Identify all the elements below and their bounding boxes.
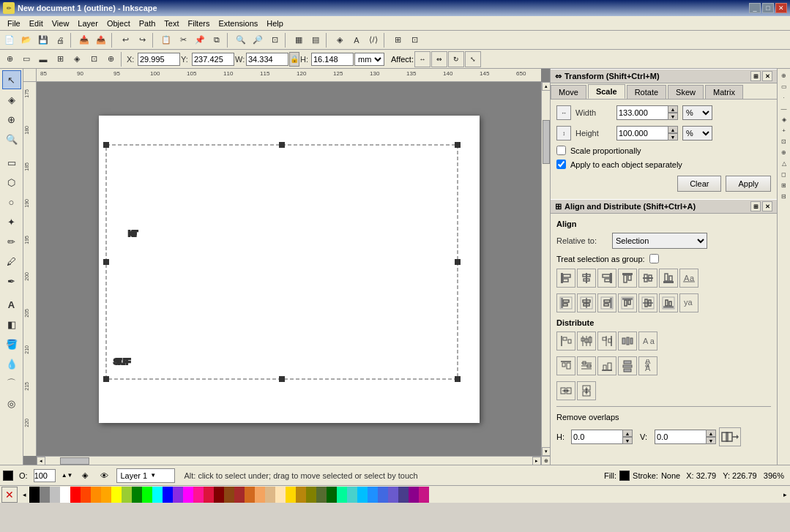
- treat-group-checkbox[interactable]: [649, 254, 659, 263]
- overlap-h-down[interactable]: ▼: [622, 437, 633, 444]
- unit-select[interactable]: mmpxptcmin: [354, 53, 384, 66]
- color-swatch[interactable]: [173, 487, 183, 503]
- menu-text[interactable]: Text: [160, 18, 183, 29]
- snap-bbox-corners[interactable]: ⊞: [52, 51, 68, 67]
- tab-skew[interactable]: Skew: [668, 85, 704, 99]
- align-tool-button[interactable]: ⊞: [390, 32, 406, 48]
- scale-proportionally-checkbox[interactable]: [556, 146, 566, 155]
- scroll-up-button[interactable]: ▴: [542, 82, 551, 91]
- export-button[interactable]: 📤: [93, 32, 109, 48]
- star-tool-button[interactable]: ✦: [2, 212, 21, 231]
- snap-bbox-edges[interactable]: ▬: [35, 51, 51, 67]
- layer-dropdown-icon[interactable]: ▼: [150, 472, 156, 479]
- node-tool-button[interactable]: ◈: [2, 90, 21, 109]
- snap-5[interactable]: +: [779, 125, 789, 135]
- color-swatch[interactable]: [265, 487, 275, 503]
- color-swatch[interactable]: [398, 487, 409, 503]
- tab-rotate[interactable]: Rotate: [627, 85, 666, 99]
- circle-tool-button[interactable]: ○: [2, 192, 21, 211]
- snap-4[interactable]: ◈: [779, 114, 789, 124]
- color-swatch[interactable]: [70, 487, 81, 503]
- color-swatch[interactable]: [306, 487, 316, 503]
- snap-global[interactable]: ⊕: [779, 70, 789, 80]
- close-button[interactable]: ✕: [775, 3, 787, 13]
- affect-rotate-button[interactable]: ↻: [448, 51, 464, 67]
- distribute-left-edges-button[interactable]: [556, 331, 575, 351]
- color-swatch[interactable]: [255, 487, 265, 503]
- menu-file[interactable]: File: [3, 18, 25, 29]
- scroll-down-button[interactable]: ▾: [542, 447, 551, 456]
- minimize-button[interactable]: _: [749, 3, 761, 13]
- color-swatch[interactable]: [296, 487, 306, 503]
- canvas-area[interactable]: 85 90 95 100 105 110 115 120 125 130 135…: [23, 69, 550, 465]
- fill-color-box[interactable]: [3, 471, 13, 481]
- height-spin-down[interactable]: ▼: [668, 133, 678, 141]
- menu-layer[interactable]: Layer: [73, 18, 103, 29]
- paste-button[interactable]: 📌: [192, 32, 208, 48]
- width-unit-select[interactable]: %mmpx: [682, 105, 712, 120]
- color-swatch[interactable]: [275, 487, 286, 503]
- connector-tool-button[interactable]: ⌒: [2, 374, 21, 393]
- snap-7[interactable]: ⊕: [779, 147, 789, 157]
- palette-scroll-right[interactable]: ▸: [780, 487, 790, 503]
- overlap-h-input[interactable]: [571, 430, 622, 444]
- eye-icon[interactable]: 👁: [97, 469, 111, 482]
- snap-8[interactable]: △: [779, 158, 789, 168]
- snap-9[interactable]: ◻: [779, 169, 789, 179]
- snap-centers[interactable]: ⊕: [103, 51, 119, 67]
- color-swatch[interactable]: [327, 487, 337, 503]
- distribute-gaps-v-button[interactable]: [618, 356, 637, 375]
- snap-2[interactable]: ·: [779, 92, 789, 102]
- fill-indicator[interactable]: [3, 471, 13, 481]
- color-swatch[interactable]: [368, 487, 378, 503]
- distribute-gaps-h-button[interactable]: [618, 331, 637, 351]
- scroll-right-button[interactable]: ▸: [532, 457, 541, 465]
- affect-skew-button[interactable]: ⤡: [465, 51, 481, 67]
- menu-extensions[interactable]: Extensions: [214, 18, 262, 29]
- layer-selector[interactable]: Layer 1 ▼: [116, 468, 175, 483]
- overlap-h-up[interactable]: ▲: [622, 430, 633, 437]
- color-swatch[interactable]: [286, 487, 296, 503]
- color-swatch[interactable]: [388, 487, 398, 503]
- spray-tool-button[interactable]: ◎: [2, 394, 21, 413]
- pencil-tool-button[interactable]: ✏: [2, 232, 21, 251]
- snap-10[interactable]: ⊞: [779, 180, 789, 190]
- overlap-v-up[interactable]: ▲: [706, 430, 716, 437]
- print-button[interactable]: 🖨: [52, 32, 68, 48]
- color-swatch[interactable]: [378, 487, 388, 503]
- snap-toggle[interactable]: ⊕: [1, 51, 18, 67]
- align-page-right-button[interactable]: [597, 293, 616, 312]
- color-swatch[interactable]: [347, 487, 357, 503]
- text-tool-button-left[interactable]: A: [2, 295, 21, 314]
- palette-scroll-left[interactable]: ◂: [19, 487, 29, 503]
- color-swatch[interactable]: [152, 487, 163, 503]
- zoom-tool-button[interactable]: 🔍: [2, 130, 21, 149]
- align-panel-close[interactable]: ✕: [762, 201, 772, 211]
- vertical-scrollbar[interactable]: ▴ ▾: [541, 82, 550, 456]
- color-swatch[interactable]: [132, 487, 142, 503]
- align-page-center-h-button[interactable]: [577, 293, 596, 312]
- color-swatch[interactable]: [122, 487, 132, 503]
- align-page-left-button[interactable]: [556, 293, 575, 312]
- open-button[interactable]: 📂: [18, 32, 34, 48]
- tab-move[interactable]: Move: [551, 85, 586, 99]
- snap-bbox[interactable]: ▭: [18, 51, 34, 67]
- transform-panel-close[interactable]: ✕: [762, 71, 772, 81]
- group-button[interactable]: ▦: [291, 32, 307, 48]
- transform-tool-button[interactable]: ⊡: [406, 32, 422, 48]
- snap-6[interactable]: ⊡: [779, 136, 789, 146]
- copy-button[interactable]: 📋: [158, 32, 174, 48]
- distribute-top-edges-button[interactable]: [556, 356, 575, 375]
- cut-button[interactable]: ✂: [175, 32, 191, 48]
- height-spin-up[interactable]: ▲: [668, 126, 678, 133]
- width-spin-up[interactable]: ▲: [668, 105, 678, 113]
- save-button[interactable]: 💾: [35, 32, 51, 48]
- ungroup-button[interactable]: ▤: [308, 32, 324, 48]
- distribute-right-edges-button[interactable]: [597, 331, 616, 351]
- color-swatch[interactable]: [419, 487, 429, 503]
- color-swatch[interactable]: [234, 487, 245, 503]
- callig-tool-button[interactable]: ✒: [2, 271, 21, 291]
- color-swatch[interactable]: [316, 487, 327, 503]
- color-swatch[interactable]: [409, 487, 419, 503]
- rect-tool-button[interactable]: ▭: [2, 153, 21, 172]
